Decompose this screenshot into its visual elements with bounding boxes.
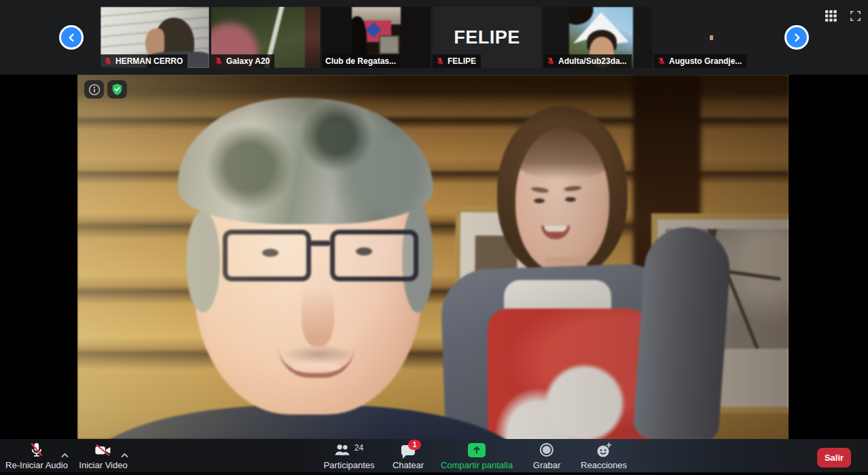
start-video-label: Iniciar Video — [79, 460, 127, 470]
start-video-button[interactable]: Iniciar Video — [79, 442, 127, 470]
muted-mic-icon — [657, 56, 666, 66]
record-icon — [540, 443, 554, 457]
security-button[interactable] — [107, 80, 127, 99]
gallery-view-button[interactable] — [822, 7, 839, 24]
video-options-caret[interactable] — [121, 448, 129, 457]
mic-muted-icon — [30, 442, 44, 458]
muted-mic-icon — [436, 56, 444, 66]
leave-meeting-button[interactable]: Salir — [817, 448, 851, 468]
prev-participants-button[interactable] — [59, 25, 84, 50]
unmute-audio-button[interactable]: Re-Iniciar Audio — [5, 442, 68, 470]
chat-badge: 1 — [408, 440, 421, 450]
participants-count: 24 — [355, 443, 363, 453]
chat-label: Chatear — [393, 460, 424, 470]
fullscreen-button[interactable] — [846, 7, 864, 24]
thumb-small-light — [710, 35, 713, 40]
participant-thumbnail-adulta-sub23[interactable]: Adulta/Sub23da... — [543, 7, 652, 68]
chevron-right-icon — [793, 33, 801, 42]
unmute-audio-label: Re-Iniciar Audio — [5, 460, 68, 470]
gallery-grid-icon — [825, 10, 837, 22]
active-speaker-video — [77, 75, 789, 439]
muted-mic-icon — [104, 56, 112, 66]
main-stage — [0, 75, 868, 439]
muted-mic-icon — [215, 56, 223, 66]
chat-button[interactable]: 1 Chatear — [393, 442, 424, 470]
audio-options-caret[interactable] — [61, 448, 69, 457]
share-screen-button[interactable]: Compartir pantalla — [441, 442, 513, 470]
meeting-toolbar: Re-Iniciar Audio Iniciar Video — [0, 439, 868, 472]
participant-thumbnail-club-regatas[interactable]: Club de Regatas... — [322, 7, 431, 68]
participant-name-tag: FELIPE — [433, 54, 481, 68]
chevron-left-icon — [67, 33, 76, 42]
record-button[interactable]: Grabar — [533, 442, 560, 470]
reactions-label: Reacciones — [581, 460, 627, 470]
participant-name-tag: Club de Regatas... — [322, 54, 401, 68]
bottom-edge — [0, 472, 868, 475]
share-screen-label: Compartir pantalla — [441, 460, 513, 470]
security-shield-icon — [111, 83, 124, 96]
reactions-icon — [596, 442, 612, 458]
view-controls — [822, 7, 864, 24]
participant-thumbnail-herman-cerro[interactable]: HERMAN CERRO — [101, 7, 209, 68]
muted-mic-icon — [547, 56, 555, 66]
fullscreen-icon — [850, 11, 861, 21]
participant-thumbnail-galaxy-a20[interactable]: Galaxy A20 — [211, 7, 320, 68]
participants-label: Participantes — [323, 460, 374, 470]
reactions-button[interactable]: Reacciones — [581, 442, 627, 470]
participant-name-tag: Galaxy A20 — [211, 54, 274, 68]
participant-filmstrip: HERMAN CERRO Galaxy A20 — [101, 7, 763, 68]
participant-name-tag: Adulta/Sub23da... — [543, 54, 632, 68]
meeting-info-button[interactable] — [84, 80, 104, 99]
zoom-meeting-window: { "window": {"app": "Zoom", "view": "mee… — [0, 0, 868, 475]
participant-name-tag: HERMAN CERRO — [101, 54, 187, 68]
next-participants-button[interactable] — [784, 25, 809, 50]
thumb-monitor — [379, 35, 399, 54]
record-label: Grabar — [533, 460, 560, 470]
participant-name-tag: Augusto Grandje... — [654, 54, 746, 68]
participants-button[interactable]: 24 Participantes — [323, 442, 374, 470]
thumbnail-strip-bar: HERMAN CERRO Galaxy A20 — [0, 0, 868, 75]
lighting-overlay — [77, 75, 789, 439]
share-screen-icon — [468, 443, 486, 457]
video-stopped-icon — [95, 444, 112, 457]
info-icon — [88, 84, 101, 96]
participants-icon — [335, 444, 352, 457]
participant-thumbnail-felipe[interactable]: FELIPE FELIPE — [433, 7, 541, 68]
participant-thumbnail-augusto[interactable]: Augusto Grandje... — [654, 7, 763, 68]
thumb-fence — [305, 7, 320, 68]
felipe-display-name: FELIPE — [433, 27, 541, 48]
video-scene — [77, 75, 789, 439]
